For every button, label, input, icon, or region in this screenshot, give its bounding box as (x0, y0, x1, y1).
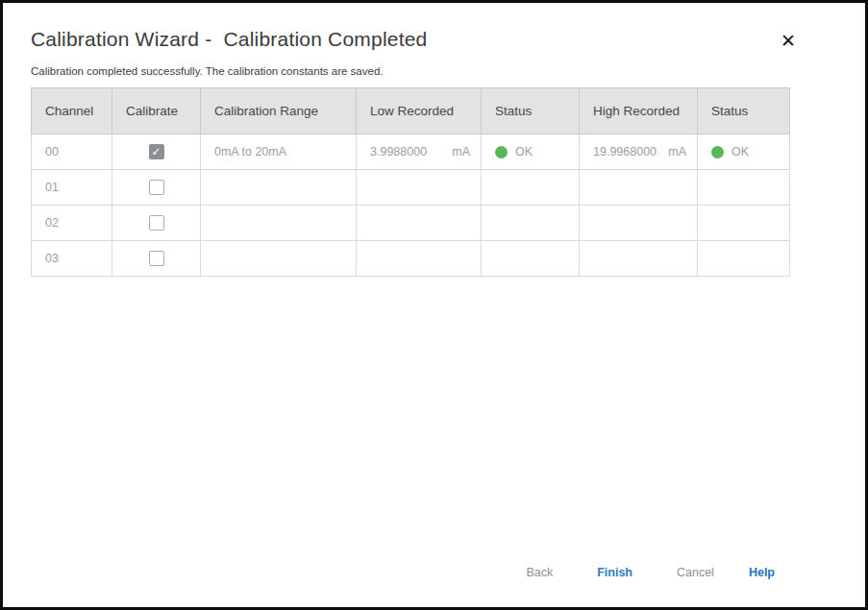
high-recorded-cell (580, 170, 698, 206)
low-unit: mA (452, 145, 470, 159)
range-cell: 0mA to 20mA (201, 134, 357, 170)
page-title: Calibration Wizard - Calibration Complet… (31, 28, 427, 51)
cancel-button[interactable]: Cancel (663, 556, 728, 589)
col-header-calibration-range: Calibration Range (201, 88, 357, 134)
high-recorded-cell (580, 241, 698, 277)
channel-cell: 02 (32, 206, 112, 241)
high-status-cell (698, 170, 790, 206)
low-value: 3.9988000 (370, 145, 427, 159)
status-label: OK (732, 145, 749, 159)
table-header-row: Channel Calibrate Calibration Range Low … (32, 88, 790, 134)
col-header-high-recorded: High Recorded (580, 88, 698, 134)
finish-button[interactable]: Finish (583, 556, 646, 589)
table-row: 03 ✓ (32, 241, 790, 277)
calibration-wizard-dialog: Calibration Wizard - Calibration Complet… (3, 3, 865, 607)
high-status-cell (698, 206, 790, 241)
low-status-cell: OK (482, 134, 580, 170)
table-row: 02 ✓ (32, 206, 790, 241)
calibrate-cell: ✓ (112, 206, 201, 241)
high-value: 19.9968000 (593, 145, 657, 159)
col-header-low-status: Status (482, 88, 580, 134)
wizard-footer: Back Finish Cancel Help (512, 556, 788, 589)
status-message: Calibration completed successfully. The … (31, 65, 865, 77)
range-cell (201, 206, 357, 241)
title-bar: Calibration Wizard - Calibration Complet… (31, 28, 865, 52)
range-cell (201, 170, 357, 206)
status-label: OK (515, 145, 533, 159)
low-recorded-cell: 3.9988000mA (357, 134, 482, 170)
low-recorded-cell (357, 241, 482, 277)
high-recorded-cell: 19.9968000mA (580, 134, 698, 170)
low-status-cell (482, 170, 580, 206)
low-recorded-cell (357, 170, 482, 206)
low-status-cell (482, 206, 580, 241)
high-status-cell: OK (698, 134, 790, 170)
low-recorded-cell (357, 206, 482, 241)
calibrate-cell: ✓ (112, 241, 201, 277)
col-header-calibrate: Calibrate (112, 88, 201, 134)
channel-cell: 00 (32, 134, 112, 170)
help-button[interactable]: Help (735, 556, 788, 589)
high-recorded-cell (580, 206, 698, 241)
table-row: 01 ✓ (32, 170, 790, 206)
col-header-high-status: Status (698, 88, 790, 134)
channel-cell: 01 (32, 170, 112, 206)
status-ok-dot (711, 146, 724, 159)
calibrate-cell: ✓ (112, 170, 201, 206)
range-cell (201, 241, 357, 277)
calibrate-cell: ✓ (112, 134, 201, 170)
col-header-channel: Channel (32, 88, 112, 134)
channel-cell: 03 (32, 241, 112, 277)
calibrate-checkbox[interactable]: ✓ (149, 215, 164, 231)
calibration-table: Channel Calibrate Calibration Range Low … (31, 87, 790, 277)
calibrate-checkbox[interactable]: ✓ (149, 251, 164, 266)
checkmark-icon: ✓ (151, 146, 161, 158)
calibrate-checkbox[interactable]: ✓ (149, 144, 164, 159)
back-button[interactable]: Back (512, 556, 566, 589)
high-unit: mA (668, 145, 686, 159)
status-ok-dot (495, 146, 508, 159)
calibrate-checkbox[interactable]: ✓ (149, 180, 164, 195)
dialog-frame: Calibration Wizard - Calibration Complet… (0, 0, 868, 610)
low-status-cell (482, 241, 580, 277)
col-header-low-recorded: Low Recorded (357, 88, 482, 134)
close-icon[interactable]: ✕ (777, 30, 800, 52)
high-status-cell (698, 241, 790, 277)
table-row: 00 ✓ 0mA to 20mA 3.9988000mA OK 19.99680… (32, 134, 790, 170)
